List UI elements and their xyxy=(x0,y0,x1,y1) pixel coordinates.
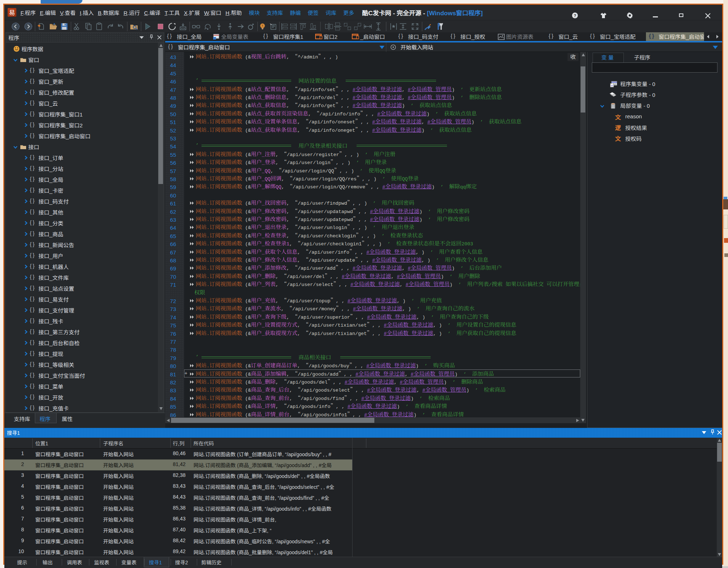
svg-text:e: e xyxy=(611,84,613,87)
svg-text:?: ? xyxy=(574,13,576,18)
